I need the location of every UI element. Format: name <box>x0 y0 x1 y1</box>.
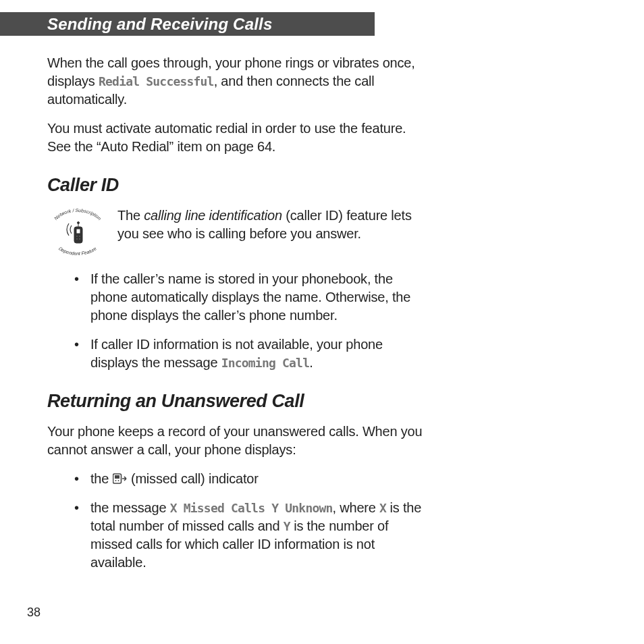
chapter-header: Sending and Receiving Calls <box>0 12 375 36</box>
svg-point-12 <box>115 480 116 481</box>
svg-point-5 <box>78 222 80 224</box>
text: (missed call) indicator <box>128 471 259 486</box>
redial-successful-text: Redial Successful <box>99 74 214 88</box>
heading-returning-call: Returning an Unanswered Call <box>47 391 425 412</box>
calling-line-identification-em: calling line identification <box>144 208 282 223</box>
svg-rect-3 <box>76 229 80 234</box>
page-body: When the call goes through, your phone r… <box>47 54 425 583</box>
icon-bottom-text: Dependent Feature <box>58 246 97 256</box>
svg-point-7 <box>79 236 80 237</box>
returning-paragraph-1: Your phone keeps a record of your unansw… <box>47 423 425 459</box>
intro-paragraph-2: You must activate automatic redial in or… <box>47 119 425 156</box>
text: the message <box>90 500 170 515</box>
text: . <box>309 355 313 370</box>
svg-text:Dependent Feature: Dependent Feature <box>58 246 97 256</box>
returning-bullet-2: the message X Missed Calls Y Unknown, wh… <box>74 499 425 572</box>
text: , where <box>333 500 380 515</box>
caller-id-bullet-2: If caller ID information is not availabl… <box>74 336 425 372</box>
caller-id-lead: The calling line identification (caller … <box>117 207 425 243</box>
intro-paragraph-1: When the call goes through, your phone r… <box>47 54 425 109</box>
icon-top-text: Network / Subscription <box>53 208 102 221</box>
incoming-call-text: Incoming Call <box>221 356 309 370</box>
x-var: X <box>379 501 386 515</box>
svg-text:Network / Subscription: Network / Subscription <box>53 208 102 221</box>
svg-point-13 <box>117 480 119 481</box>
svg-rect-11 <box>115 475 119 479</box>
svg-point-9 <box>79 238 80 240</box>
heading-caller-id: Caller ID <box>47 175 425 196</box>
text: The <box>117 208 144 223</box>
y-var: Y <box>284 519 290 533</box>
svg-point-8 <box>76 238 78 240</box>
svg-point-6 <box>76 236 78 237</box>
network-dependent-feature-icon: Network / Subscription Dependent Feature <box>47 207 108 257</box>
page-number: 38 <box>27 606 41 620</box>
caller-id-bullet-1: If the caller’s name is stored in your p… <box>74 270 425 325</box>
text: the <box>90 471 113 486</box>
missed-calls-message-text: X Missed Calls Y Unknown <box>170 501 333 515</box>
returning-bullet-1: the (missed call) indicator <box>74 470 425 488</box>
missed-call-icon <box>113 471 128 481</box>
